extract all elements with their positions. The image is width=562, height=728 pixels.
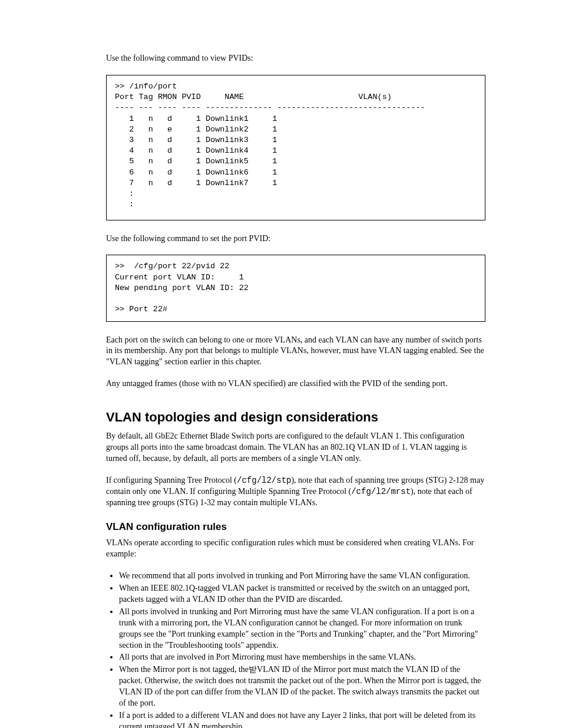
- para-topology: By default, all GbE2c Ethernet Blade Swi…: [106, 431, 485, 465]
- para-after-code: Each port on the switch can belong to on…: [106, 335, 485, 368]
- code-block-cfg-port: >> /cfg/port 22/pvid 22 Current port VLA…: [106, 255, 485, 321]
- stg-cmd: /cfg/l2/stp: [237, 476, 291, 485]
- list-item: When an IEEE 802.1Q-tagged VLAN packet i…: [119, 583, 485, 605]
- mstp-cmd: /cfg/l2/mrst: [351, 487, 411, 496]
- list-item: We recommend that all ports involved in …: [119, 571, 485, 582]
- list-item: When the Mirror port is not tagged, the받…: [119, 664, 485, 709]
- list-item: All ports involved in trunking and Port …: [119, 607, 485, 651]
- subsection-vlan-config-rules: VLAN configuration rules: [106, 521, 485, 533]
- lead-pvids: Use the following command to view PVIDs:: [106, 53, 485, 64]
- code-block-info-port: >> /info/port Port Tag RMON PVID NAME VL…: [106, 75, 485, 220]
- lead-set-pvid: Use the following command to set the por…: [106, 233, 485, 245]
- list-item: All ports that are involved in Port Mirr…: [119, 652, 485, 663]
- list-item: If a port is added to a different VLAN a…: [119, 710, 485, 728]
- para-stp-mstp: If configuring Spanning Tree Protocol (/…: [106, 475, 485, 509]
- para-default-vlan: Any untagged frames (those with no VLAN …: [106, 378, 485, 390]
- para-cfg-intro: VLANs operate according to specific conf…: [106, 538, 485, 560]
- mstp-text-1: If configuring Multiple Spanning Tree Pr…: [190, 487, 351, 496]
- bullet-list-rules-1: We recommend that all ports involved in …: [106, 571, 485, 728]
- stg-text-1: If configuring Spanning Tree Protocol (: [106, 476, 237, 485]
- section-vlan-topologies: VLAN topologies and design consideration…: [106, 410, 485, 425]
